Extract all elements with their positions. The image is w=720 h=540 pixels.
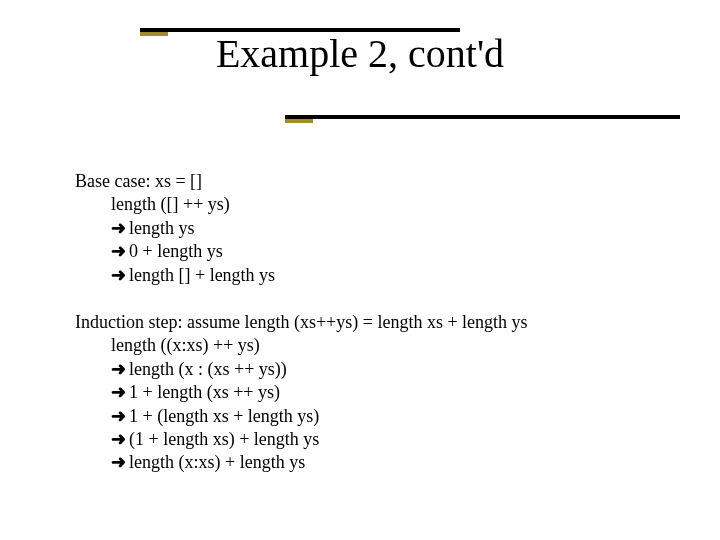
induction-text: 1 + length (xs ++ ys) [129, 382, 280, 402]
slide-title: Example 2, cont'd [216, 31, 504, 76]
base-case-lead: Base case: xs = [] [75, 170, 680, 193]
arrow-icon: ➜ [111, 217, 129, 240]
base-case-text: length ys [129, 218, 195, 238]
arrow-icon: ➜ [111, 428, 129, 451]
arrow-icon: ➜ [111, 358, 129, 381]
arrow-icon: ➜ [111, 405, 129, 428]
base-case-derivation: ➜0 + length ys [111, 240, 680, 263]
slide: Example 2, cont'd Base case: xs = [] len… [0, 0, 720, 540]
induction-derivation: ➜1 + length (xs ++ ys) [111, 381, 680, 404]
induction-text: length (x:xs) + length ys [129, 452, 305, 472]
induction-text: (1 + length xs) + length ys [129, 429, 319, 449]
induction-derivation: ➜length (x : (xs ++ ys)) [111, 358, 680, 381]
title-rule-bottom [285, 115, 680, 119]
slide-content: Base case: xs = [] length ([] ++ ys) ➜le… [75, 170, 680, 499]
base-case-derivation: ➜length ys [111, 217, 680, 240]
induction-lead: Induction step: assume length (xs++ys) =… [75, 311, 680, 334]
induction-text: 1 + (length xs + length ys) [129, 406, 319, 426]
induction-derivation: ➜(1 + length xs) + length ys [111, 428, 680, 451]
base-case-derivation: ➜length [] + length ys [111, 264, 680, 287]
arrow-icon: ➜ [111, 240, 129, 263]
arrow-icon: ➜ [111, 451, 129, 474]
title-container: Example 2, cont'd [0, 30, 720, 77]
arrow-icon: ➜ [111, 381, 129, 404]
induction-derivation: ➜1 + (length xs + length ys) [111, 405, 680, 428]
arrow-icon: ➜ [111, 264, 129, 287]
induction-derivation: ➜length (x:xs) + length ys [111, 451, 680, 474]
induction-text: length (x : (xs ++ ys)) [129, 359, 287, 379]
induction-step: length ((x:xs) ++ ys) [111, 334, 680, 357]
base-case-block: Base case: xs = [] length ([] ++ ys) ➜le… [75, 170, 680, 287]
induction-step-block: Induction step: assume length (xs++ys) =… [75, 311, 680, 475]
base-case-step: length ([] ++ ys) [111, 193, 680, 216]
base-case-text: 0 + length ys [129, 241, 223, 261]
base-case-text: length [] + length ys [129, 265, 275, 285]
title-rule-bottom-accent [285, 119, 313, 123]
